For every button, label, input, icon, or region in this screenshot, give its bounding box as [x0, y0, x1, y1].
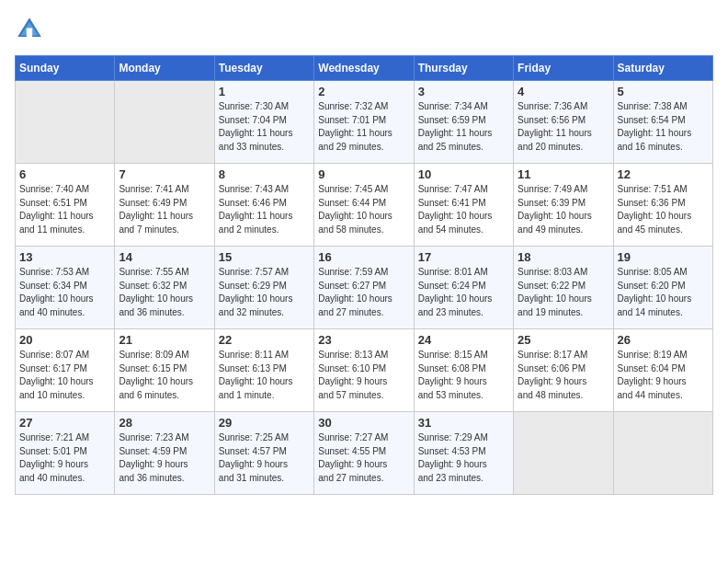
calendar-cell: 11Sunrise: 7:49 AM Sunset: 6:39 PM Dayli… — [514, 164, 613, 247]
calendar-table: SundayMondayTuesdayWednesdayThursdayFrid… — [15, 55, 713, 495]
logo — [15, 15, 48, 44]
calendar-cell: 7Sunrise: 7:41 AM Sunset: 6:49 PM Daylig… — [115, 164, 214, 247]
day-number: 10 — [418, 167, 509, 181]
day-info: Sunrise: 8:13 AM Sunset: 6:10 PM Dayligh… — [318, 349, 409, 402]
calendar-week-row: 27Sunrise: 7:21 AM Sunset: 5:01 PM Dayli… — [16, 412, 713, 495]
day-number: 17 — [418, 250, 509, 264]
page-header — [15, 15, 713, 44]
day-info: Sunrise: 7:21 AM Sunset: 5:01 PM Dayligh… — [19, 431, 110, 485]
day-number: 1 — [219, 85, 310, 98]
calendar-cell: 15Sunrise: 7:57 AM Sunset: 6:29 PM Dayli… — [214, 247, 313, 329]
calendar-cell: 17Sunrise: 8:01 AM Sunset: 6:24 PM Dayli… — [414, 247, 513, 329]
weekday-header: Thursday — [414, 56, 513, 81]
calendar-cell: 26Sunrise: 8:19 AM Sunset: 6:04 PM Dayli… — [613, 329, 712, 412]
calendar-week-row: 13Sunrise: 7:53 AM Sunset: 6:34 PM Dayli… — [16, 247, 713, 329]
day-number: 25 — [518, 333, 609, 347]
calendar-cell — [613, 412, 712, 495]
day-info: Sunrise: 8:05 AM Sunset: 6:20 PM Dayligh… — [618, 266, 709, 319]
day-number: 23 — [318, 333, 409, 347]
day-info: Sunrise: 7:49 AM Sunset: 6:39 PM Dayligh… — [518, 183, 609, 236]
day-number: 8 — [219, 167, 310, 181]
day-number: 29 — [219, 416, 310, 430]
calendar-week-row: 6Sunrise: 7:40 AM Sunset: 6:51 PM Daylig… — [16, 164, 713, 247]
calendar-cell: 30Sunrise: 7:27 AM Sunset: 4:55 PM Dayli… — [314, 412, 414, 495]
calendar-cell: 4Sunrise: 7:36 AM Sunset: 6:56 PM Daylig… — [514, 81, 613, 164]
day-info: Sunrise: 8:03 AM Sunset: 6:22 PM Dayligh… — [518, 266, 609, 319]
calendar-cell: 20Sunrise: 8:07 AM Sunset: 6:17 PM Dayli… — [16, 329, 115, 412]
day-info: Sunrise: 7:29 AM Sunset: 4:53 PM Dayligh… — [418, 431, 509, 485]
calendar-cell: 5Sunrise: 7:38 AM Sunset: 6:54 PM Daylig… — [613, 81, 712, 164]
day-info: Sunrise: 7:41 AM Sunset: 6:49 PM Dayligh… — [119, 183, 210, 236]
calendar-cell: 28Sunrise: 7:23 AM Sunset: 4:59 PM Dayli… — [115, 412, 214, 495]
calendar-cell: 23Sunrise: 8:13 AM Sunset: 6:10 PM Dayli… — [314, 329, 414, 412]
day-info: Sunrise: 7:55 AM Sunset: 6:32 PM Dayligh… — [119, 266, 210, 319]
calendar-cell: 29Sunrise: 7:25 AM Sunset: 4:57 PM Dayli… — [214, 412, 313, 495]
day-number: 26 — [618, 333, 709, 347]
day-info: Sunrise: 7:53 AM Sunset: 6:34 PM Dayligh… — [19, 266, 110, 319]
day-number: 15 — [219, 250, 310, 264]
weekday-header: Monday — [115, 56, 214, 81]
day-info: Sunrise: 8:17 AM Sunset: 6:06 PM Dayligh… — [518, 349, 609, 402]
day-info: Sunrise: 7:40 AM Sunset: 6:51 PM Dayligh… — [19, 183, 110, 236]
day-number: 16 — [318, 250, 409, 264]
calendar-cell: 25Sunrise: 8:17 AM Sunset: 6:06 PM Dayli… — [514, 329, 613, 412]
day-info: Sunrise: 7:32 AM Sunset: 7:01 PM Dayligh… — [318, 100, 409, 154]
day-number: 19 — [618, 250, 709, 264]
day-number: 12 — [618, 167, 709, 181]
weekday-header: Tuesday — [214, 56, 313, 81]
day-number: 5 — [618, 85, 709, 98]
svg-rect-2 — [27, 28, 32, 37]
logo-icon — [15, 15, 44, 44]
day-number: 7 — [119, 167, 210, 181]
day-number: 3 — [418, 85, 509, 98]
calendar-body: 1Sunrise: 7:30 AM Sunset: 7:04 PM Daylig… — [16, 81, 713, 495]
weekday-header: Sunday — [16, 56, 115, 81]
day-info: Sunrise: 7:43 AM Sunset: 6:46 PM Dayligh… — [219, 183, 310, 236]
day-number: 30 — [318, 416, 409, 430]
calendar-cell: 2Sunrise: 7:32 AM Sunset: 7:01 PM Daylig… — [314, 81, 414, 164]
weekday-header: Wednesday — [314, 56, 414, 81]
calendar-cell: 21Sunrise: 8:09 AM Sunset: 6:15 PM Dayli… — [115, 329, 214, 412]
day-info: Sunrise: 8:09 AM Sunset: 6:15 PM Dayligh… — [119, 349, 210, 402]
day-number: 21 — [119, 333, 210, 347]
day-number: 31 — [418, 416, 509, 430]
calendar-cell: 8Sunrise: 7:43 AM Sunset: 6:46 PM Daylig… — [214, 164, 313, 247]
day-info: Sunrise: 7:57 AM Sunset: 6:29 PM Dayligh… — [219, 266, 310, 319]
day-info: Sunrise: 7:27 AM Sunset: 4:55 PM Dayligh… — [318, 431, 409, 485]
day-number: 24 — [418, 333, 509, 347]
calendar-cell: 18Sunrise: 8:03 AM Sunset: 6:22 PM Dayli… — [514, 247, 613, 329]
calendar-cell: 1Sunrise: 7:30 AM Sunset: 7:04 PM Daylig… — [214, 81, 313, 164]
day-number: 18 — [518, 250, 609, 264]
weekday-header: Friday — [514, 56, 613, 81]
day-info: Sunrise: 8:19 AM Sunset: 6:04 PM Dayligh… — [618, 349, 709, 402]
weekday-header: Saturday — [613, 56, 712, 81]
calendar-cell — [514, 412, 613, 495]
calendar-cell: 16Sunrise: 7:59 AM Sunset: 6:27 PM Dayli… — [314, 247, 414, 329]
calendar-cell: 31Sunrise: 7:29 AM Sunset: 4:53 PM Dayli… — [414, 412, 513, 495]
day-number: 13 — [19, 250, 110, 264]
day-info: Sunrise: 8:15 AM Sunset: 6:08 PM Dayligh… — [418, 349, 509, 402]
day-info: Sunrise: 7:45 AM Sunset: 6:44 PM Dayligh… — [318, 183, 409, 236]
day-info: Sunrise: 8:07 AM Sunset: 6:17 PM Dayligh… — [19, 349, 110, 402]
calendar-cell: 14Sunrise: 7:55 AM Sunset: 6:32 PM Dayli… — [115, 247, 214, 329]
day-number: 11 — [518, 167, 609, 181]
calendar-week-row: 20Sunrise: 8:07 AM Sunset: 6:17 PM Dayli… — [16, 329, 713, 412]
day-number: 2 — [318, 85, 409, 98]
day-info: Sunrise: 7:36 AM Sunset: 6:56 PM Dayligh… — [518, 100, 609, 154]
calendar-cell: 24Sunrise: 8:15 AM Sunset: 6:08 PM Dayli… — [414, 329, 513, 412]
day-number: 20 — [19, 333, 110, 347]
day-number: 6 — [19, 167, 110, 181]
calendar-week-row: 1Sunrise: 7:30 AM Sunset: 7:04 PM Daylig… — [16, 81, 713, 164]
calendar-cell: 19Sunrise: 8:05 AM Sunset: 6:20 PM Dayli… — [613, 247, 712, 329]
calendar-cell: 13Sunrise: 7:53 AM Sunset: 6:34 PM Dayli… — [16, 247, 115, 329]
calendar-cell: 6Sunrise: 7:40 AM Sunset: 6:51 PM Daylig… — [16, 164, 115, 247]
calendar-cell — [16, 81, 115, 164]
day-number: 22 — [219, 333, 310, 347]
day-info: Sunrise: 7:25 AM Sunset: 4:57 PM Dayligh… — [219, 431, 310, 485]
calendar-cell: 22Sunrise: 8:11 AM Sunset: 6:13 PM Dayli… — [214, 329, 313, 412]
calendar-cell: 27Sunrise: 7:21 AM Sunset: 5:01 PM Dayli… — [16, 412, 115, 495]
day-info: Sunrise: 7:34 AM Sunset: 6:59 PM Dayligh… — [418, 100, 509, 154]
day-info: Sunrise: 8:01 AM Sunset: 6:24 PM Dayligh… — [418, 266, 509, 319]
day-info: Sunrise: 7:47 AM Sunset: 6:41 PM Dayligh… — [418, 183, 509, 236]
day-number: 14 — [119, 250, 210, 264]
